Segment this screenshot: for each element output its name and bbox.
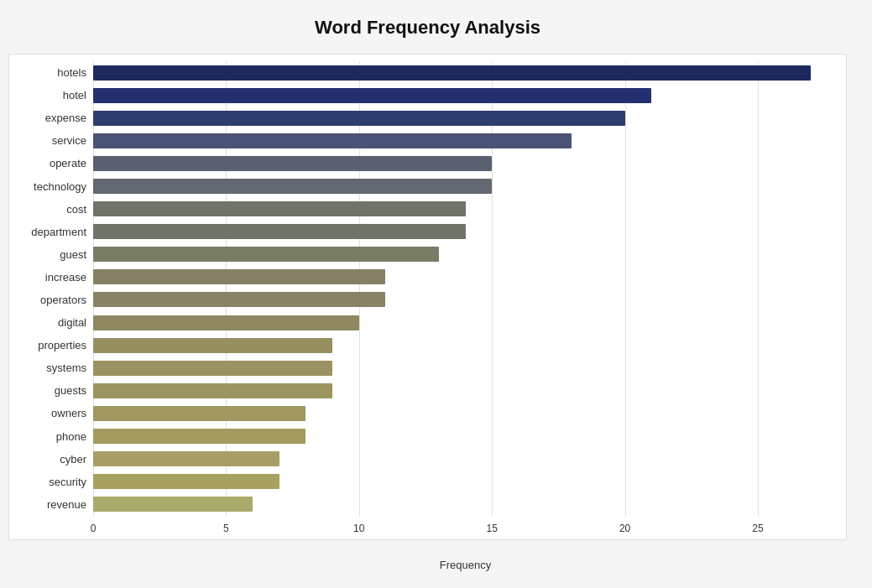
- bar-row: [93, 356, 838, 379]
- y-label: technology: [34, 181, 86, 192]
- bar: [93, 111, 625, 126]
- bar: [93, 497, 253, 512]
- bar: [93, 451, 279, 466]
- chart-container: Word Frequency Analysis hotelshotelexpen…: [0, 0, 872, 588]
- bar-row: [93, 448, 838, 471]
- bar: [93, 338, 332, 353]
- x-tick: 0: [91, 523, 97, 534]
- y-label: systems: [46, 362, 86, 373]
- bar: [93, 247, 439, 262]
- y-label: guest: [60, 249, 86, 260]
- x-tick: 15: [486, 523, 497, 534]
- y-label: expense: [45, 112, 86, 123]
- bar: [93, 65, 811, 81]
- bar-row: [93, 471, 838, 493]
- bar: [93, 179, 492, 194]
- bar: [93, 429, 305, 444]
- bar-row: [93, 266, 838, 289]
- bar: [93, 361, 332, 376]
- y-label: operate: [50, 158, 86, 169]
- chart-area: hotelshotelexpenseserviceoperatetechnolo…: [8, 54, 847, 540]
- bar: [93, 406, 305, 421]
- bar: [93, 133, 572, 148]
- bar: [93, 383, 332, 398]
- bar-row: [93, 379, 838, 402]
- bar-row: [93, 243, 838, 266]
- bar: [93, 474, 279, 489]
- bar-row: [93, 174, 838, 197]
- x-tick: 20: [619, 523, 630, 534]
- bar: [93, 269, 385, 284]
- y-label: owners: [51, 408, 86, 419]
- x-axis-label: Frequency: [440, 559, 491, 571]
- y-label: increase: [45, 272, 86, 283]
- bar-row: [93, 129, 838, 152]
- y-label: revenue: [47, 499, 86, 510]
- bar-row: [93, 493, 838, 516]
- x-tick: 25: [752, 523, 763, 534]
- y-label: security: [49, 476, 86, 487]
- bar: [93, 88, 651, 103]
- bar-row: [93, 425, 838, 448]
- y-label: department: [31, 226, 86, 237]
- y-label: cost: [66, 204, 86, 215]
- chart-title: Word Frequency Analysis: [8, 17, 847, 39]
- y-label: hotels: [57, 67, 86, 78]
- y-label: phone: [56, 431, 86, 442]
- x-tick: 5: [223, 523, 229, 534]
- bar-row: [93, 221, 838, 243]
- bar-rows: [93, 61, 838, 516]
- y-label: digital: [58, 317, 86, 328]
- y-label: operators: [40, 294, 86, 305]
- y-label: properties: [38, 340, 86, 351]
- y-label: service: [52, 135, 86, 146]
- bar: [93, 156, 492, 171]
- y-label: hotel: [63, 90, 86, 101]
- bar-row: [93, 311, 838, 334]
- bar-row: [93, 289, 838, 311]
- bar-row: [93, 334, 838, 356]
- bar: [93, 224, 466, 239]
- x-tick: 10: [353, 523, 364, 534]
- y-label: cyber: [60, 454, 86, 465]
- bars-and-grid: Frequency 0510152025: [93, 55, 846, 539]
- bar-row: [93, 61, 838, 84]
- bar: [93, 315, 359, 330]
- x-axis: Frequency 0510152025: [93, 516, 838, 539]
- y-label: guests: [55, 385, 86, 396]
- bar-row: [93, 402, 838, 424]
- bar-row: [93, 198, 838, 221]
- y-axis: hotelshotelexpenseserviceoperatetechnolo…: [9, 55, 93, 539]
- bar-row: [93, 107, 838, 129]
- bar-row: [93, 84, 838, 107]
- bar-row: [93, 152, 838, 174]
- bar: [93, 292, 385, 307]
- bar: [93, 201, 466, 216]
